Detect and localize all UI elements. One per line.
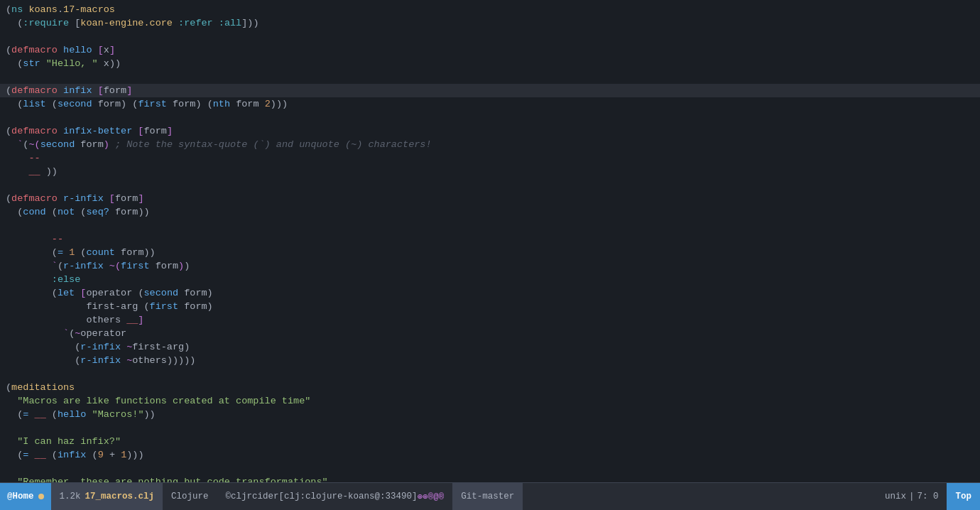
- code-line: `(~operator: [0, 327, 980, 340]
- code-line: (meditations: [0, 381, 980, 394]
- status-scroll-label: Top: [955, 492, 971, 501]
- code-line: `(r-infix ~(first form)): [0, 259, 980, 273]
- code-line: (list (second form) (first form) (nth fo…: [0, 97, 980, 111]
- status-home: @Home: [0, 483, 51, 510]
- code-line: (ns koans.17-macros: [0, 3, 980, 16]
- status-icons: ⊕⊕®@®: [418, 491, 445, 502]
- status-separator: |: [909, 492, 915, 501]
- status-scroll: Top: [947, 483, 980, 510]
- code-line: (defmacro r-infix [form]: [0, 192, 980, 205]
- code-line: __ )): [0, 165, 980, 178]
- code-line: [0, 462, 980, 475]
- code-line: [0, 421, 980, 435]
- code-line: [0, 178, 980, 192]
- code-line: "I can haz infix?": [0, 435, 980, 448]
- code-line: first-arg (first form): [0, 300, 980, 313]
- code-line: (let [operator (second form): [0, 286, 980, 300]
- status-file: 1.2k 17_macros.clj: [51, 483, 163, 510]
- status-filesize: 1.2k: [60, 492, 81, 501]
- code-line: --: [0, 232, 980, 246]
- status-cljrcider-label: ©cljrcider[clj:clojure-koans@:33490]: [226, 492, 418, 501]
- status-language-label: Clojure: [171, 492, 209, 501]
- code-line: [0, 30, 980, 43]
- status-git: Git-master: [452, 483, 523, 510]
- code-line: [0, 70, 980, 84]
- status-git-label: Git-master: [461, 492, 514, 501]
- status-encoding-label: unix: [885, 492, 906, 501]
- editor-area: (ns koans.17-macros (:require [koan-engi…: [0, 0, 980, 482]
- status-dot: [38, 494, 44, 499]
- status-encoding: unix | 7: 0: [876, 483, 947, 510]
- status-position-label: 7: 0: [917, 492, 938, 501]
- status-right: unix | 7: 0 Top: [876, 483, 980, 510]
- code-line: (r-infix ~others))))): [0, 354, 980, 367]
- status-home-label: @Home: [7, 492, 34, 501]
- code-line: --: [0, 151, 980, 165]
- code-line: [0, 367, 980, 381]
- code-line: (defmacro infix-better [form]: [0, 124, 980, 138]
- status-language: Clojure: [163, 483, 217, 510]
- status-cljrcider: ©cljrcider[clj:clojure-koans@:33490]⊕⊕®@…: [217, 483, 453, 510]
- code-line: "Remember, these are nothing but code tr…: [0, 475, 980, 482]
- code-line: (cond (not (seq? form)): [0, 205, 980, 219]
- code-line: (= 1 (count form)): [0, 246, 980, 259]
- code-line: `(~(second form) ; Note the syntax-quote…: [0, 138, 980, 151]
- code-line: [0, 219, 980, 232]
- code-line: others __]: [0, 313, 980, 327]
- code-line: (r-infix ~first-arg): [0, 340, 980, 354]
- code-line: "Macros are like functions created at co…: [0, 394, 980, 408]
- code-line: (:require [koan-engine.core :refer :all]…: [0, 16, 980, 30]
- code-line: (str "Hello, " x)): [0, 57, 980, 70]
- code-line: (defmacro infix [form]: [0, 84, 980, 97]
- status-filename: 17_macros.clj: [85, 492, 155, 501]
- code-line: (defmacro hello [x]: [0, 43, 980, 57]
- status-bar: @Home 1.2k 17_macros.clj Clojure ©cljrci…: [0, 482, 980, 510]
- code-line: [0, 111, 980, 124]
- code-line: (= __ (hello "Macros!")): [0, 408, 980, 421]
- code-line: (= __ (infix (9 + 1))): [0, 448, 980, 462]
- code-line: :else: [0, 273, 980, 286]
